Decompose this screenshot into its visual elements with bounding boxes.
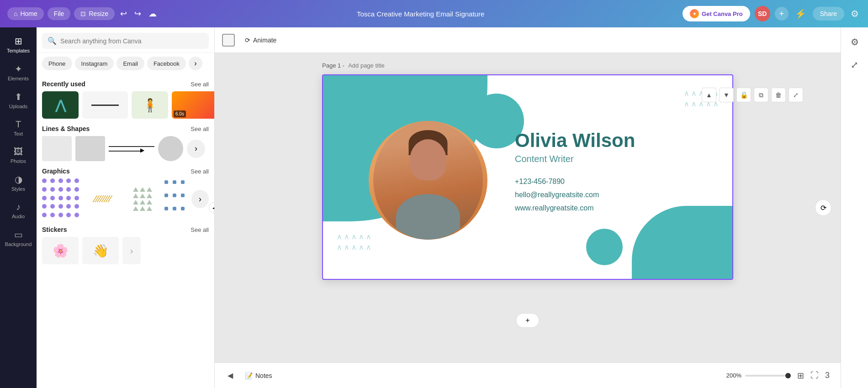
page-title-input[interactable] <box>348 62 425 69</box>
page-up-button[interactable]: ▲ <box>702 88 716 102</box>
zoom-track[interactable] <box>745 375 791 377</box>
email-address: hello@reallygreatsite.com <box>515 189 635 202</box>
person-body <box>396 194 460 240</box>
filter-tab-more-button[interactable]: › <box>189 57 202 70</box>
copy-button[interactable]: ⧉ <box>754 88 768 102</box>
expand-button[interactable]: ⤢ <box>789 88 803 102</box>
delete-button[interactable]: 🗑 <box>771 88 786 102</box>
search-input[interactable] <box>60 37 203 45</box>
activity-button[interactable]: ⚡ <box>793 6 808 21</box>
right-panel-button-2[interactable]: ⤢ <box>847 56 862 74</box>
recent-thumb-2[interactable] <box>82 91 128 119</box>
shapes-more-button[interactable]: › <box>187 140 205 158</box>
phone-number: +123-456-7890 <box>515 175 635 189</box>
sticker-add-more[interactable]: › <box>122 237 141 264</box>
icon-nav: ⊞ Templates ✦ Elements ⬆ Uploads T Text … <box>0 27 37 388</box>
lines-shapes-see-all[interactable]: See all <box>191 126 209 132</box>
recent-thumb-4[interactable]: 6.0s <box>172 91 214 119</box>
recently-used-see-all[interactable]: See all <box>191 81 209 88</box>
canvas-top-controls: ▲ ▼ 🔒 ⧉ 🗑 ⤢ <box>702 88 803 102</box>
sidebar-item-background[interactable]: ▭ Background <box>2 225 35 252</box>
animate-button[interactable]: ⟳ Animate <box>240 34 281 47</box>
resize-button[interactable]: ⊡ Resize <box>74 7 115 20</box>
website-url: www.reallygreatsite.com <box>515 202 635 215</box>
templates-icon: ⊞ <box>15 36 22 47</box>
zoom-thumb[interactable] <box>785 373 791 378</box>
add-page-button[interactable]: + <box>516 313 539 328</box>
filter-tab-email[interactable]: Email <box>116 57 144 70</box>
right-panel-button-1[interactable]: ⚙ <box>847 33 863 51</box>
profile-photo[interactable] <box>369 121 487 240</box>
graphic-dot-grid-blue[interactable] <box>163 178 189 220</box>
get-canva-pro-button[interactable]: ✦ Get Canva Pro <box>683 6 750 21</box>
bottom-bar: ◀ 📝 Notes 200% ⊞ ⛶ 3 <box>215 362 841 388</box>
shape-square[interactable] <box>42 136 72 161</box>
share-button[interactable]: Share <box>813 7 844 21</box>
background-color-swatch[interactable] <box>222 34 235 47</box>
cloud-save-button[interactable]: ☁ <box>147 7 159 21</box>
uploads-icon: ⬆ <box>15 91 22 102</box>
graphics-title: Graphics <box>42 168 70 175</box>
sidebar-item-elements[interactable]: ✦ Elements <box>2 59 35 86</box>
sidebar-item-uploads[interactable]: ⬆ Uploads <box>2 87 35 114</box>
header-left: ⌂ Home File ⊡ Resize ↩ ↪ ☁ <box>7 7 159 21</box>
notes-icon: 📝 <box>245 372 253 379</box>
sidebar-item-templates[interactable]: ⊞ Templates <box>2 31 35 58</box>
video-duration: 6.0s <box>174 110 186 117</box>
stickers-title: Stickers <box>42 226 67 233</box>
magic-resize-button[interactable]: ⟳ <box>815 199 831 216</box>
graphic-slash-pattern[interactable]: ⁄⁄⁄⁄⁄⁄⁄⁄ <box>84 178 122 220</box>
page-area: Page 1 - ▲ ▼ 🔒 ⧉ 🗑 ⤢ <box>215 53 841 362</box>
notes-button[interactable]: 📝 Notes <box>240 369 277 382</box>
recent-thumb-1[interactable]: ⋀ <box>42 91 79 119</box>
magic-icon: ⟳ <box>820 204 826 212</box>
lock-button[interactable]: 🔒 <box>736 88 751 102</box>
home-icon: ⌂ <box>14 10 17 17</box>
search-icon: 🔍 <box>48 37 57 45</box>
filter-tab-instagram[interactable]: Instagram <box>75 57 114 70</box>
undo-button[interactable]: ↩ <box>118 7 129 21</box>
file-button[interactable]: File <box>48 7 71 20</box>
sticker-thumb-2[interactable]: 👋 <box>82 237 119 264</box>
add-collaborator-button[interactable]: + <box>775 7 789 21</box>
search-bar: 🔍 <box>37 27 214 53</box>
background-icon: ▭ <box>14 229 23 240</box>
graphics-see-all[interactable]: See all <box>191 168 209 175</box>
fullscreen-button[interactable]: ⛶ <box>809 369 820 383</box>
header-right: ✦ Get Canva Pro SD + ⚡ Share ⚙ <box>683 6 861 21</box>
graphic-triangle-pattern[interactable] <box>125 178 160 220</box>
graphics-more-button[interactable]: › <box>191 190 209 208</box>
recently-used-title: Recently used <box>42 80 85 88</box>
lines-group[interactable] <box>109 146 154 152</box>
audio-icon: ♪ <box>16 202 21 212</box>
page-down-button[interactable]: ▼ <box>719 88 734 102</box>
bottom-left: ◀ 📝 Notes <box>224 369 277 382</box>
graphic-dot-pattern-purple[interactable] <box>42 178 81 220</box>
settings-button[interactable]: ⚙ <box>849 6 861 21</box>
line-solid[interactable] <box>109 146 154 147</box>
home-button[interactable]: ⌂ Home <box>7 7 44 20</box>
sidebar-item-styles[interactable]: ◑ Styles <box>2 169 35 196</box>
design-canvas[interactable]: ∧∧∧∧∧ ∧∧∧∧∧ ∧∧∧∧∧ ∧∧∧∧∧ Olivia Wilson Co… <box>322 74 733 280</box>
grid-view-button[interactable]: ⊞ <box>795 369 806 383</box>
line-arrow[interactable] <box>109 151 154 152</box>
filter-tab-phone[interactable]: Phone <box>42 57 72 70</box>
sidebar-item-photos[interactable]: 🖼 Photos <box>2 142 35 168</box>
stickers-see-all[interactable]: See all <box>191 226 209 233</box>
person-head <box>410 139 446 180</box>
shape-circle[interactable] <box>158 136 183 161</box>
sticker-thumb-1[interactable]: 🌸 <box>42 237 79 264</box>
collapse-button[interactable]: ◀ <box>224 369 237 382</box>
redo-button[interactable]: ↪ <box>132 7 143 21</box>
filter-tab-facebook[interactable]: Facebook <box>147 57 186 70</box>
right-sidebar: ⚙ ⤢ <box>841 27 868 388</box>
page-title-bar: Page 1 - <box>322 62 733 69</box>
recent-thumb-3[interactable]: 🧍 <box>132 91 168 119</box>
sidebar-item-text[interactable]: T Text <box>2 115 35 141</box>
shapes-grid: › <box>42 136 209 161</box>
shape-rect[interactable] <box>75 136 105 161</box>
page-count-button[interactable]: 3 <box>823 369 831 383</box>
user-avatar-button[interactable]: SD <box>755 6 770 21</box>
sidebar-item-audio[interactable]: ♪ Audio <box>2 197 35 224</box>
search-input-wrap[interactable]: 🔍 <box>42 33 209 49</box>
